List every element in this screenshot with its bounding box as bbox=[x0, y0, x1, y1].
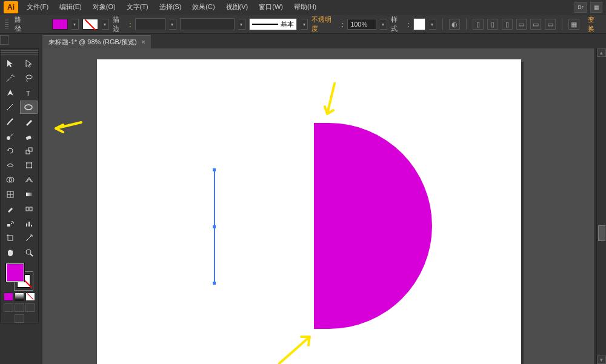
collapsed-panel-tab[interactable] bbox=[598, 225, 605, 241]
stroke-swatch-dropdown[interactable]: ▾ bbox=[102, 19, 109, 30]
svg-rect-28 bbox=[8, 236, 13, 240]
type-tool[interactable]: T bbox=[20, 86, 38, 99]
canvas-area[interactable] bbox=[42, 48, 594, 364]
eyedropper-tool[interactable] bbox=[1, 202, 19, 216]
options-bar: 路径 ▾ ▾ 描边 : ▾ ▾ 基本 ▾ 不透明度: 100% ▾ 样式: ▾ … bbox=[0, 15, 606, 34]
align-bottom-icon[interactable]: ▭ bbox=[545, 19, 556, 30]
fill-swatch[interactable] bbox=[52, 19, 68, 30]
arrange-docs-button[interactable]: ▦ bbox=[590, 2, 602, 13]
lasso-tool[interactable] bbox=[20, 71, 38, 85]
vertical-scrollbar[interactable]: ▴ ▾ bbox=[596, 48, 606, 364]
menu-help[interactable]: 帮助(H) bbox=[289, 1, 321, 13]
artboard[interactable] bbox=[97, 59, 521, 364]
menu-edit[interactable]: 编辑(E) bbox=[55, 1, 87, 13]
svg-point-12 bbox=[31, 167, 32, 168]
stroke-weight-dd[interactable]: ▾ bbox=[169, 19, 176, 30]
svg-point-0 bbox=[26, 75, 32, 79]
shape-builder-tool[interactable] bbox=[1, 173, 19, 187]
tools-grip[interactable] bbox=[1, 50, 38, 55]
rotate-tool[interactable] bbox=[1, 144, 19, 157]
menu-effect[interactable]: 效果(C) bbox=[187, 1, 219, 13]
fill-indicator[interactable] bbox=[6, 263, 24, 282]
zoom-tool[interactable] bbox=[20, 246, 38, 259]
svg-rect-25 bbox=[26, 223, 27, 227]
options-grip bbox=[5, 19, 8, 30]
line-tool[interactable] bbox=[1, 101, 19, 114]
menu-bar: Ai 文件(F) 编辑(E) 对象(O) 文字(T) 选择(S) 效果(C) 视… bbox=[0, 0, 606, 15]
stroke-profile[interactable] bbox=[180, 18, 235, 30]
direct-selection-tool[interactable] bbox=[20, 57, 38, 70]
shape-half-circle[interactable] bbox=[314, 123, 432, 329]
svg-rect-26 bbox=[28, 222, 30, 227]
document-title: 未标题-1* @ 98% (RGB/预览) bbox=[48, 38, 137, 47]
svg-point-9 bbox=[26, 162, 27, 164]
opacity-input[interactable]: 100% bbox=[347, 19, 376, 30]
menu-window[interactable]: 窗口(W) bbox=[254, 1, 288, 13]
pencil-tool[interactable] bbox=[20, 115, 38, 128]
bridge-button[interactable]: Br bbox=[574, 2, 587, 13]
svg-rect-5 bbox=[25, 136, 31, 140]
menu-file[interactable]: 文件(F) bbox=[22, 1, 53, 13]
free-transform-tool[interactable] bbox=[20, 159, 38, 172]
annotation-arrow-toolbar bbox=[53, 120, 84, 136]
align-middle-icon[interactable]: ▭ bbox=[530, 19, 541, 30]
menu-select[interactable]: 选择(S) bbox=[155, 1, 187, 13]
draw-behind[interactable] bbox=[15, 303, 24, 312]
transform-label[interactable]: 变换 bbox=[588, 15, 601, 33]
magic-wand-tool[interactable] bbox=[1, 71, 19, 85]
graphic-style[interactable] bbox=[413, 18, 425, 30]
svg-rect-27 bbox=[31, 225, 32, 227]
width-tool[interactable] bbox=[1, 159, 19, 172]
align-left-icon[interactable]: ▯ bbox=[473, 19, 484, 30]
pen-tool[interactable] bbox=[1, 86, 19, 99]
gradient-mode[interactable] bbox=[15, 293, 24, 301]
svg-rect-6 bbox=[26, 150, 30, 154]
fill-stroke-indicator[interactable] bbox=[6, 263, 33, 290]
brush-definition-dd[interactable]: ▾ bbox=[301, 19, 308, 30]
brush-definition[interactable]: 基本 bbox=[249, 18, 298, 30]
selection-tool[interactable] bbox=[1, 57, 19, 70]
align-top-icon[interactable]: ▭ bbox=[516, 19, 527, 30]
opacity-dd[interactable]: ▾ bbox=[380, 19, 387, 30]
symbol-sprayer-tool[interactable] bbox=[1, 217, 19, 230]
slice-tool[interactable] bbox=[20, 231, 38, 245]
align-right-icon[interactable]: ▯ bbox=[502, 19, 513, 30]
none-mode[interactable] bbox=[25, 293, 35, 301]
stroke-swatch[interactable] bbox=[82, 19, 98, 30]
align-center-icon[interactable]: ▯ bbox=[487, 19, 498, 30]
selected-path-segment[interactable] bbox=[214, 170, 215, 283]
solid-color-mode[interactable] bbox=[4, 293, 13, 301]
artboard-tool[interactable] bbox=[1, 231, 19, 245]
svg-point-31 bbox=[26, 250, 31, 254]
screen-mode[interactable] bbox=[15, 314, 24, 323]
mesh-tool[interactable] bbox=[1, 188, 19, 201]
menu-view[interactable]: 视图(V) bbox=[221, 1, 253, 13]
blend-tool[interactable] bbox=[20, 202, 38, 216]
paintbrush-tool[interactable] bbox=[1, 115, 19, 128]
perspective-grid-tool[interactable] bbox=[20, 173, 38, 187]
draw-normal[interactable] bbox=[4, 303, 13, 312]
menu-type[interactable]: 文字(T) bbox=[122, 1, 153, 13]
collapsed-mini-panel[interactable] bbox=[0, 35, 8, 45]
transform-panel-icon[interactable]: ▦ bbox=[568, 19, 579, 30]
scroll-down-icon[interactable]: ▾ bbox=[597, 356, 606, 364]
stroke-profile-dd[interactable]: ▾ bbox=[238, 19, 245, 30]
eraser-tool[interactable] bbox=[20, 130, 38, 143]
close-tab-icon[interactable]: × bbox=[142, 39, 145, 45]
stroke-weight-input[interactable] bbox=[135, 18, 165, 30]
draw-inside[interactable] bbox=[25, 303, 35, 312]
hand-tool[interactable] bbox=[1, 246, 19, 259]
gradient-tool[interactable] bbox=[20, 188, 38, 201]
stroke-label: 描边 bbox=[113, 15, 126, 33]
scroll-up-icon[interactable]: ▴ bbox=[597, 48, 606, 57]
svg-rect-21 bbox=[7, 224, 10, 227]
scale-tool[interactable] bbox=[20, 144, 38, 157]
column-graph-tool[interactable] bbox=[20, 217, 38, 230]
document-tab[interactable]: 未标题-1* @ 98% (RGB/预览) × bbox=[42, 35, 151, 48]
ellipse-tool[interactable] bbox=[20, 101, 38, 114]
graphic-style-dd[interactable]: ▾ bbox=[429, 19, 436, 30]
menu-object[interactable]: 对象(O) bbox=[88, 1, 121, 13]
blob-brush-tool[interactable] bbox=[1, 130, 19, 143]
recolor-artwork-icon[interactable]: ◐ bbox=[449, 19, 460, 30]
fill-swatch-dropdown[interactable]: ▾ bbox=[72, 19, 79, 30]
